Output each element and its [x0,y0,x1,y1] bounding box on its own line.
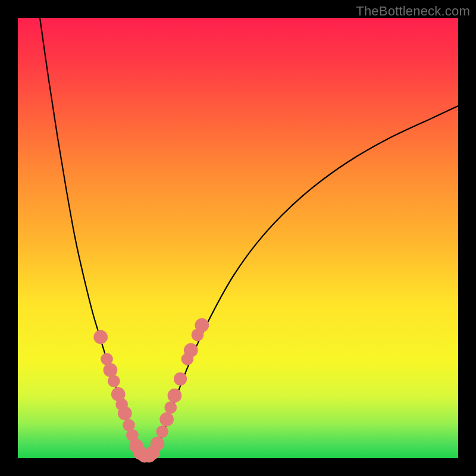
watermark-text: TheBottleneck.com [356,4,470,19]
data-marker [156,425,168,438]
data-marker [93,330,108,345]
data-marker [168,389,182,403]
data-marker [151,437,165,451]
chart-overlay [18,18,458,458]
data-marker [108,375,120,387]
data-marker [195,318,209,333]
data-marker [118,406,132,421]
curve-group [40,18,458,462]
data-marker [174,372,187,386]
data-marker [104,363,118,377]
data-marker [164,402,177,414]
data-marker [159,412,174,427]
data-marker [184,343,198,358]
outer-frame: TheBottleneck.com [0,0,476,476]
bottleneck-curve [40,18,458,456]
chart-plot-area [18,18,458,458]
